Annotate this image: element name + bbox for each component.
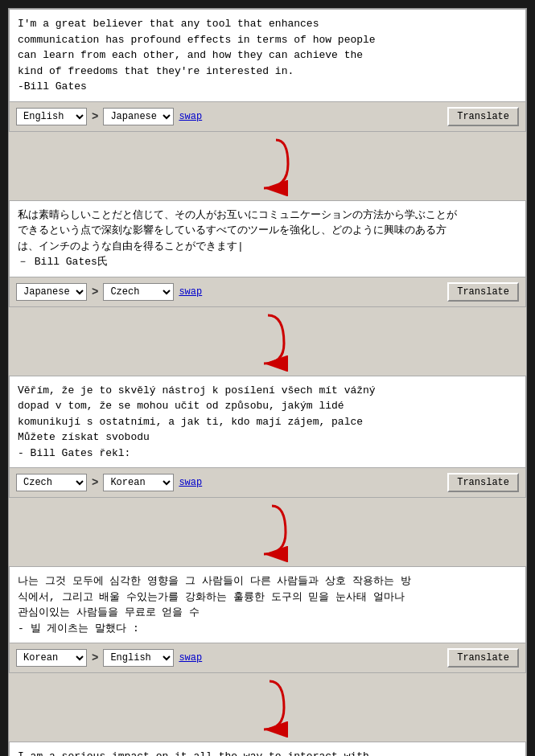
text-block-3: Věřím, že je to skvělý nástroj k posílen… xyxy=(9,376,526,469)
direction-arrow-3: > xyxy=(92,476,98,489)
swap-link-1[interactable]: swap xyxy=(179,111,202,122)
translate-button-2[interactable]: Translate xyxy=(447,282,519,302)
from-lang-select-3[interactable]: EnglishJapaneseCzechKorean xyxy=(16,474,87,491)
controls-row-3: EnglishJapaneseCzechKorean > EnglishJapa… xyxy=(9,468,526,498)
arrow-area-2 xyxy=(9,307,526,376)
arrow-area-3 xyxy=(9,498,526,566)
to-lang-select-4[interactable]: EnglishJapaneseCzechKorean xyxy=(103,649,174,667)
arrow-svg-4 xyxy=(236,677,300,738)
text-content-2: 私は素晴らしいことだと信じて、その人がお互いにコミュニケーションの方法から学ぶこ… xyxy=(18,209,457,269)
text-block-1: I'm a great believer that any tool that … xyxy=(9,9,526,102)
arrow-area-4 xyxy=(9,673,526,742)
text-block-2: 私は素晴らしいことだと信じて、その人がお互いにコミュニケーションの方法から学ぶこ… xyxy=(9,200,526,277)
direction-arrow-2: > xyxy=(92,286,98,298)
text-block-4: 나는 그것 모두에 심각한 영향을 그 사람들이 다른 사람들과 상호 작용하는… xyxy=(9,566,526,643)
direction-arrow-4: > xyxy=(92,651,98,664)
translate-button-4[interactable]: Translate xyxy=(447,648,519,668)
from-lang-select-1[interactable]: EnglishJapaneseCzechKorean xyxy=(16,108,87,125)
to-lang-select-1[interactable]: EnglishJapaneseCzechKorean xyxy=(103,108,174,125)
translate-button-1[interactable]: Translate xyxy=(447,107,519,126)
from-lang-select-4[interactable]: EnglishJapaneseCzechKorean xyxy=(16,649,87,667)
swap-link-4[interactable]: swap xyxy=(179,652,202,664)
arrow-svg-1 xyxy=(236,136,300,196)
final-text-block: I am a serious impact on it all the way … xyxy=(9,742,526,756)
from-lang-select-2[interactable]: EnglishJapaneseCzechKorean xyxy=(16,283,87,301)
controls-row-1: EnglishJapaneseCzechKorean > EnglishJapa… xyxy=(9,102,526,132)
swap-link-2[interactable]: swap xyxy=(179,286,202,298)
text-content-1: I'm a great believer that any tool that … xyxy=(18,18,376,92)
main-container: I'm a great believer that any tool that … xyxy=(8,8,527,756)
arrow-area-1 xyxy=(9,132,526,200)
direction-arrow-1: > xyxy=(92,110,98,123)
text-content-3: Věřím, že je to skvělý nástroj k posílen… xyxy=(18,384,376,459)
swap-link-3[interactable]: swap xyxy=(179,477,202,488)
final-text-content: I am a serious impact on it all the way … xyxy=(18,750,388,756)
translate-button-3[interactable]: Translate xyxy=(447,473,519,492)
to-lang-select-3[interactable]: EnglishJapaneseCzechKorean xyxy=(103,474,174,491)
arrow-svg-2 xyxy=(236,311,300,372)
arrow-svg-3 xyxy=(236,502,300,562)
controls-row-4: EnglishJapaneseCzechKorean > EnglishJapa… xyxy=(9,643,526,673)
to-lang-select-2[interactable]: EnglishJapaneseCzechKorean xyxy=(103,283,174,301)
text-content-4: 나는 그것 모두에 심각한 영향을 그 사람들이 다른 사람들과 상호 작용하는… xyxy=(18,575,411,635)
controls-row-2: EnglishJapaneseCzechKorean > EnglishJapa… xyxy=(9,277,526,307)
